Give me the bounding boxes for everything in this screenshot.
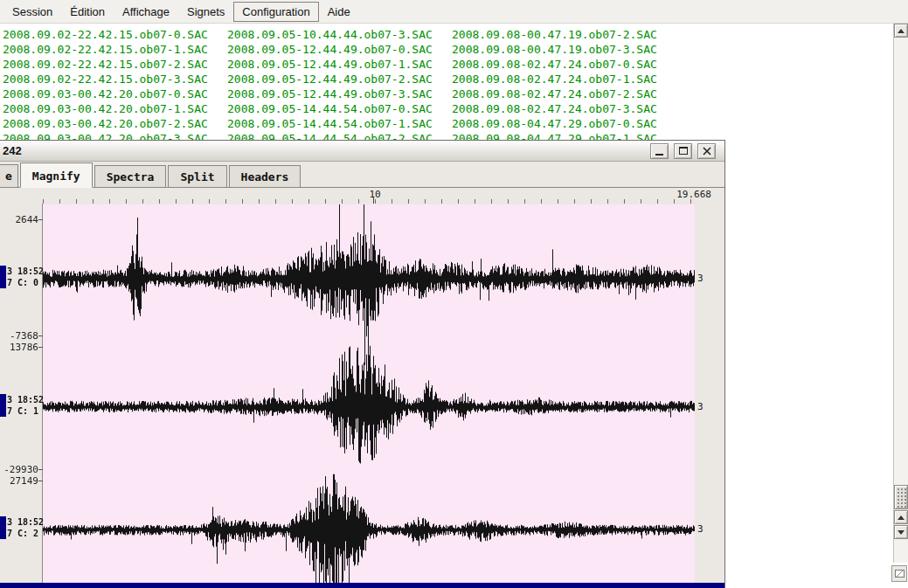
window-title: 242 bbox=[0, 144, 22, 157]
maximize-button[interactable] bbox=[674, 143, 692, 159]
file-row: 2008.09.02-22.42.15.ob07-2.SAC2008.09.05… bbox=[0, 58, 893, 73]
menu-aide[interactable]: Aide bbox=[319, 2, 359, 22]
scroll-up-button[interactable] bbox=[894, 24, 908, 38]
file-item[interactable]: 2008.09.05-10.44.44.ob07-3.SAC bbox=[225, 28, 449, 43]
file-item[interactable]: 2008.09.05-12.44.49.ob07-2.SAC bbox=[225, 73, 449, 87]
trace-right-label: 3 bbox=[697, 523, 704, 535]
file-item[interactable]: 2008.09.02-22.42.15.ob07-2.SAC bbox=[0, 58, 225, 73]
y-axis-tick bbox=[38, 336, 43, 336]
x-axis-ruler bbox=[43, 199, 695, 204]
tab-bar: eMagnifySpectraSplitHeaders bbox=[0, 162, 724, 188]
menu-configuration[interactable]: Configuration bbox=[233, 2, 318, 22]
maximize-icon bbox=[679, 147, 688, 155]
station-label: 3 18:52 7 C: 2 bbox=[7, 516, 44, 539]
file-item[interactable]: 2008.09.08-00.47.19.ob07-3.SAC bbox=[449, 43, 674, 58]
tab-headers[interactable]: Headers bbox=[229, 165, 302, 187]
menu-edition[interactable]: Édition bbox=[61, 2, 114, 22]
file-row: 2008.09.02-22.42.15.ob07-0.SAC2008.09.05… bbox=[0, 28, 893, 43]
close-button[interactable] bbox=[697, 143, 716, 159]
file-row: 2008.09.02-22.42.15.ob07-1.SAC2008.09.05… bbox=[0, 43, 893, 58]
minimize-button[interactable] bbox=[650, 143, 669, 159]
file-item[interactable]: 2008.09.08-04.47.29.ob07-0.SAC bbox=[449, 117, 674, 132]
minimize-icon bbox=[655, 154, 663, 156]
y-axis-tick bbox=[38, 481, 43, 481]
file-item[interactable]: 2008.09.03-00.42.20.ob07-0.SAC bbox=[0, 87, 225, 102]
menu-bar: Session Édition Affichage Signets Config… bbox=[0, 0, 908, 24]
plot-area: 10 19.668 2644-736813786-29930271493 18:… bbox=[0, 188, 724, 588]
file-item[interactable]: 2008.09.03-00.42.20.ob07-1.SAC bbox=[0, 102, 225, 117]
arrow-up-icon bbox=[898, 515, 905, 520]
trace-right-label: 3 bbox=[697, 401, 704, 412]
file-item[interactable]: 2008.09.03-00.42.20.ob07-2.SAC bbox=[0, 117, 225, 132]
file-item[interactable]: 2008.09.05-14.44.54.ob07-1.SAC bbox=[225, 117, 449, 132]
file-item[interactable]: 2008.09.02-22.42.15.ob07-3.SAC bbox=[0, 73, 225, 87]
window-seismogram: 242 eMagnifySpectraSplitHeaders 10 19.66… bbox=[0, 140, 725, 588]
seismogram-canvas[interactable] bbox=[43, 204, 695, 588]
tab-split[interactable]: Split bbox=[168, 165, 226, 187]
station-marker bbox=[0, 266, 6, 288]
file-item[interactable]: 2008.09.02-22.42.15.ob07-1.SAC bbox=[0, 43, 225, 58]
file-item[interactable]: 2008.09.05-12.44.49.ob07-0.SAC bbox=[225, 43, 449, 58]
resize-grip-icon bbox=[895, 570, 905, 578]
window-titlebar[interactable]: 242 bbox=[0, 141, 724, 162]
y-axis-label: -29930 bbox=[0, 464, 38, 475]
file-item[interactable]: 2008.09.02-22.42.15.ob07-0.SAC bbox=[0, 28, 225, 43]
screen: Session Édition Affichage Signets Config… bbox=[0, 0, 908, 588]
station-label: 3 18:52 7 C: 0 bbox=[7, 266, 44, 288]
close-icon bbox=[703, 147, 711, 156]
y-axis-tick bbox=[38, 219, 43, 220]
file-item[interactable]: 2008.09.08-00.47.19.ob07-2.SAC bbox=[449, 28, 674, 43]
file-row: 2008.09.03-00.42.20.ob07-2.SAC2008.09.05… bbox=[0, 117, 893, 132]
file-row: 2008.09.02-22.42.15.ob07-3.SAC2008.09.05… bbox=[0, 73, 893, 87]
x-axis-major-tick bbox=[373, 197, 374, 204]
arrow-down-icon bbox=[898, 530, 905, 535]
tab-spectra[interactable]: Spectra bbox=[94, 165, 167, 187]
scrollbar-vertical[interactable] bbox=[893, 24, 908, 563]
y-axis-tick bbox=[38, 347, 43, 348]
arrow-up-icon bbox=[898, 29, 905, 33]
scroll-up-button-bottom[interactable] bbox=[894, 510, 908, 524]
menu-signets[interactable]: Signets bbox=[178, 2, 233, 22]
file-item[interactable]: 2008.09.08-02.47.24.ob07-3.SAC bbox=[449, 102, 674, 117]
file-row: 2008.09.03-00.42.20.ob07-0.SAC2008.09.05… bbox=[0, 87, 893, 102]
file-item[interactable]: 2008.09.05-12.44.49.ob07-1.SAC bbox=[225, 58, 449, 73]
file-item[interactable]: 2008.09.08-02.47.24.ob07-0.SAC bbox=[449, 58, 674, 73]
y-axis-tick bbox=[38, 469, 43, 470]
corner-grip-button[interactable] bbox=[891, 565, 907, 582]
station-label: 3 18:52 7 C: 1 bbox=[7, 394, 44, 417]
menu-session[interactable]: Session bbox=[3, 2, 61, 22]
scroll-down-button[interactable] bbox=[894, 525, 908, 539]
file-item[interactable]: 2008.09.05-12.44.49.ob07-3.SAC bbox=[225, 87, 449, 102]
tab-e[interactable]: e bbox=[0, 164, 18, 187]
tab-magnify[interactable]: Magnify bbox=[20, 163, 93, 188]
file-item[interactable]: 2008.09.05-14.44.54.ob07-0.SAC bbox=[225, 102, 449, 117]
window-controls bbox=[650, 143, 716, 159]
station-marker bbox=[0, 516, 6, 539]
scrollbar-thumb[interactable] bbox=[894, 485, 908, 509]
menu-affichage[interactable]: Affichage bbox=[114, 2, 178, 22]
file-row: 2008.09.03-00.42.20.ob07-1.SAC2008.09.05… bbox=[0, 102, 893, 117]
y-axis-label: 13786 bbox=[0, 342, 38, 353]
y-axis-label: 2644 bbox=[0, 214, 38, 225]
file-item[interactable]: 2008.09.08-02.47.24.ob07-2.SAC bbox=[449, 87, 674, 102]
y-axis-label: -7368 bbox=[0, 330, 38, 342]
selection-strip bbox=[0, 583, 724, 588]
station-marker bbox=[0, 394, 6, 417]
file-item[interactable]: 2008.09.08-02.47.24.ob07-1.SAC bbox=[449, 73, 674, 87]
trace-right-label: 3 bbox=[697, 273, 704, 284]
y-axis-label: 27149 bbox=[0, 475, 38, 487]
